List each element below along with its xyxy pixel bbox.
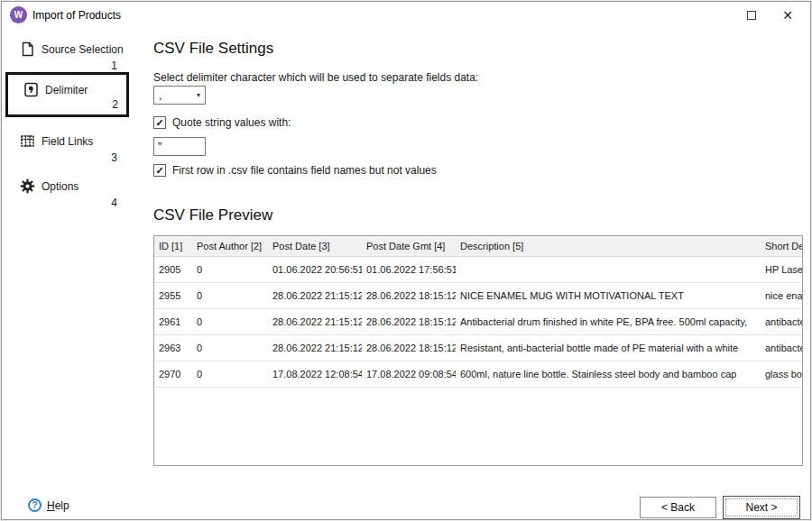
chevron-down-icon: ▾ xyxy=(197,91,200,99)
maximize-button[interactable] xyxy=(738,5,765,26)
sidebar-item-label: Delimiter xyxy=(45,84,88,96)
sidebar-item-label: Options xyxy=(42,180,78,193)
first-row-names-checkbox[interactable]: ✓ xyxy=(153,164,166,177)
csv-preview-table: ID [1] Post Author [2] Post Date [3] Pos… xyxy=(153,235,803,466)
sidebar-item-options[interactable]: Options 4 xyxy=(5,178,129,209)
csv-settings-heading: CSV File Settings xyxy=(153,40,273,58)
back-button[interactable]: < Back xyxy=(640,497,716,518)
cell-description: Resistant, anti-bacterial bottle made of… xyxy=(456,343,761,353)
cell-id: 2961 xyxy=(154,316,192,327)
window-title: Import of Products xyxy=(32,9,121,22)
cell-post-author: 0 xyxy=(192,369,268,379)
quote-values-row: ✓ Quote string values with: xyxy=(153,116,291,129)
table-row: 2905 0 01.06.2022 20:56:51 01.06.2022 17… xyxy=(154,257,802,283)
quote-char-input[interactable] xyxy=(153,137,206,156)
check-icon: ✓ xyxy=(155,118,163,128)
cell-post-author: 0 xyxy=(192,290,268,301)
column-header-description: Description [5] xyxy=(456,241,761,251)
sidebar-item-delimiter[interactable]: Delimiter 2 xyxy=(5,72,129,117)
app-logo-icon: W xyxy=(10,6,27,23)
cell-post-date-gmt: 17.08.2022 09:08:54 xyxy=(362,369,456,379)
cell-id: 2955 xyxy=(154,290,192,301)
cell-short-desc: HP LaserJet xyxy=(761,264,802,275)
next-button-label: Next > xyxy=(745,501,777,514)
quote-document-icon xyxy=(23,82,39,97)
table-row: 2961 0 28.06.2022 21:15:12 28.06.2022 18… xyxy=(154,309,802,335)
import-products-window: W Import of Products ✕ Source Selection … xyxy=(1,1,811,520)
table-row: 2963 0 28.06.2022 21:15:12 28.06.2022 18… xyxy=(154,335,802,361)
cell-description: 600ml, nature line bottle. Stainless ste… xyxy=(456,369,761,379)
help-question-icon: ? xyxy=(28,498,42,512)
check-icon: ✓ xyxy=(155,166,163,176)
next-button[interactable]: Next > xyxy=(723,496,800,519)
cell-post-date: 28.06.2022 21:15:12 xyxy=(268,316,362,327)
close-button[interactable]: ✕ xyxy=(774,5,801,26)
cell-post-date-gmt: 28.06.2022 18:15:12 xyxy=(362,290,456,301)
table-header-row: ID [1] Post Author [2] Post Date [3] Pos… xyxy=(154,236,802,257)
delimiter-value: , xyxy=(159,89,161,102)
help-label: Help xyxy=(47,499,69,512)
cell-post-date: 28.06.2022 21:15:12 xyxy=(268,343,362,353)
column-header-id: ID [1] xyxy=(154,241,192,251)
maximize-icon xyxy=(747,11,756,20)
step-number: 3 xyxy=(5,151,129,164)
titlebar: W Import of Products ✕ xyxy=(2,2,810,29)
delimiter-select[interactable]: , ▾ xyxy=(153,86,206,105)
cell-id: 2963 xyxy=(154,343,192,353)
cell-description: Antibacterial drum finished in white PE,… xyxy=(456,316,761,327)
table-row: 2970 0 17.08.2022 12:08:54 17.08.2022 09… xyxy=(154,361,802,388)
field-grid-icon xyxy=(20,133,35,149)
first-row-names-row: ✓ First row in .csv file contains field … xyxy=(153,164,437,177)
csv-preview-heading: CSV File Preview xyxy=(153,206,272,224)
column-header-post-date-gmt: Post Date Gmt [4] xyxy=(362,241,456,251)
cell-short-desc: antibacteria xyxy=(761,316,802,327)
column-header-post-author: Post Author [2] xyxy=(192,241,268,251)
cell-post-date: 17.08.2022 12:08:54 xyxy=(268,369,362,379)
sidebar-item-label: Field Links xyxy=(42,135,93,148)
table-row: 2955 0 28.06.2022 21:15:12 28.06.2022 18… xyxy=(154,283,802,309)
step-number: 2 xyxy=(8,98,126,111)
delimiter-label: Select delimiter character which will be… xyxy=(153,71,478,84)
quote-values-checkbox[interactable]: ✓ xyxy=(153,116,166,129)
gear-icon xyxy=(20,178,35,194)
step-number: 4 xyxy=(5,197,129,209)
quote-values-label: Quote string values with: xyxy=(172,116,291,129)
cell-post-date-gmt: 01.06.2022 17:56:51 xyxy=(362,264,456,275)
cell-post-date: 01.06.2022 20:56:51 xyxy=(268,264,362,275)
cell-short-desc: glass bottle xyxy=(761,369,802,379)
cell-post-date-gmt: 28.06.2022 18:15:12 xyxy=(362,316,456,327)
help-link[interactable]: ? Help xyxy=(28,498,69,512)
cell-short-desc: antibacteria xyxy=(761,343,802,353)
close-icon: ✕ xyxy=(782,8,793,23)
cell-post-date: 28.06.2022 21:15:12 xyxy=(268,290,362,301)
cell-description: NICE ENAMEL MUG WITH MOTIVATIONAL TEXT xyxy=(456,290,761,301)
cell-post-author: 0 xyxy=(192,264,268,275)
cell-short-desc: nice enamel xyxy=(761,290,802,301)
sidebar-item-label: Source Selection xyxy=(42,43,124,56)
first-row-names-label: First row in .csv file contains field na… xyxy=(172,164,437,177)
sidebar-item-field-links[interactable]: Field Links 3 xyxy=(5,133,129,164)
column-header-post-date: Post Date [3] xyxy=(268,241,362,251)
sidebar-item-source-selection[interactable]: Source Selection 1 xyxy=(5,41,129,72)
cell-id: 2970 xyxy=(154,369,192,379)
document-icon xyxy=(20,41,35,57)
cell-post-author: 0 xyxy=(192,343,268,353)
column-header-short-desc: Short Desc xyxy=(761,241,802,251)
cell-id: 2905 xyxy=(154,264,192,275)
cell-post-date-gmt: 28.06.2022 18:15:12 xyxy=(362,343,456,353)
cell-post-author: 0 xyxy=(192,316,268,327)
step-number: 1 xyxy=(5,59,129,72)
